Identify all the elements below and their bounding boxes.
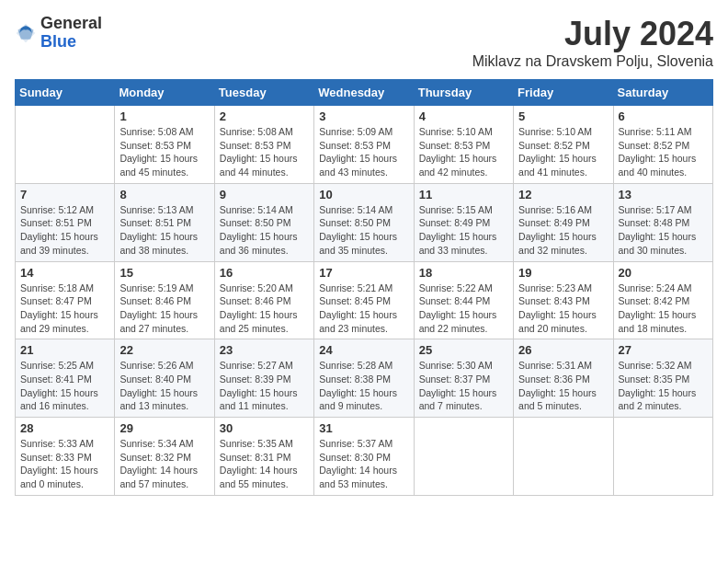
calendar-cell: 15Sunrise: 5:19 AMSunset: 8:46 PMDayligh… bbox=[115, 261, 214, 339]
day-info: Sunrise: 5:13 AMSunset: 8:51 PMDaylight:… bbox=[119, 203, 209, 258]
day-info: Sunrise: 5:15 AMSunset: 8:49 PMDaylight:… bbox=[419, 203, 508, 258]
day-info: Sunrise: 5:11 AMSunset: 8:52 PMDaylight:… bbox=[619, 125, 708, 179]
calendar-cell bbox=[414, 418, 513, 496]
day-number: 18 bbox=[419, 266, 508, 280]
day-number: 20 bbox=[619, 266, 708, 280]
logo-text: General Blue bbox=[40, 15, 102, 52]
day-info: Sunrise: 5:10 AMSunset: 8:53 PMDaylight:… bbox=[419, 125, 508, 179]
calendar-cell: 4Sunrise: 5:10 AMSunset: 8:53 PMDaylight… bbox=[414, 106, 513, 184]
calendar-cell: 5Sunrise: 5:10 AMSunset: 8:52 PMDaylight… bbox=[514, 106, 613, 184]
calendar-cell: 26Sunrise: 5:31 AMSunset: 8:36 PMDayligh… bbox=[514, 339, 613, 418]
day-number: 9 bbox=[220, 188, 309, 201]
calendar-cell: 24Sunrise: 5:28 AMSunset: 8:38 PMDayligh… bbox=[314, 339, 414, 418]
day-header-friday: Friday bbox=[514, 80, 613, 106]
calendar-cell: 27Sunrise: 5:32 AMSunset: 8:35 PMDayligh… bbox=[613, 339, 712, 418]
calendar-cell: 14Sunrise: 5:18 AMSunset: 8:47 PMDayligh… bbox=[16, 261, 115, 339]
calendar-cell: 1Sunrise: 5:08 AMSunset: 8:53 PMDaylight… bbox=[115, 106, 214, 184]
subtitle: Miklavz na Dravskem Polju, Slovenia bbox=[472, 53, 713, 70]
calendar-cell: 29Sunrise: 5:34 AMSunset: 8:32 PMDayligh… bbox=[115, 418, 214, 496]
day-info: Sunrise: 5:25 AMSunset: 8:41 PMDaylight:… bbox=[20, 359, 109, 413]
day-info: Sunrise: 5:37 AMSunset: 8:30 PMDaylight:… bbox=[319, 437, 408, 491]
calendar-cell: 30Sunrise: 5:35 AMSunset: 8:31 PMDayligh… bbox=[214, 418, 313, 496]
day-info: Sunrise: 5:27 AMSunset: 8:39 PMDaylight:… bbox=[220, 359, 309, 413]
day-info: Sunrise: 5:28 AMSunset: 8:38 PMDaylight:… bbox=[319, 359, 408, 413]
calendar: SundayMondayTuesdayWednesdayThursdayFrid… bbox=[15, 79, 713, 496]
logo-icon bbox=[15, 22, 37, 44]
day-number: 13 bbox=[619, 188, 708, 201]
day-number: 6 bbox=[619, 109, 708, 123]
day-header-saturday: Saturday bbox=[613, 80, 712, 106]
calendar-cell: 2Sunrise: 5:08 AMSunset: 8:53 PMDaylight… bbox=[214, 106, 313, 184]
day-number: 11 bbox=[419, 188, 508, 201]
day-number: 27 bbox=[619, 343, 708, 357]
day-number: 15 bbox=[119, 266, 209, 280]
day-number: 2 bbox=[220, 109, 309, 123]
calendar-cell: 11Sunrise: 5:15 AMSunset: 8:49 PMDayligh… bbox=[414, 183, 513, 261]
calendar-cell: 12Sunrise: 5:16 AMSunset: 8:49 PMDayligh… bbox=[514, 183, 613, 261]
main-title: July 2024 bbox=[472, 15, 713, 53]
day-number: 4 bbox=[419, 109, 508, 123]
day-number: 22 bbox=[119, 343, 209, 357]
day-info: Sunrise: 5:31 AMSunset: 8:36 PMDaylight:… bbox=[518, 359, 608, 413]
calendar-cell: 31Sunrise: 5:37 AMSunset: 8:30 PMDayligh… bbox=[314, 418, 414, 496]
day-info: Sunrise: 5:14 AMSunset: 8:50 PMDaylight:… bbox=[220, 203, 309, 258]
calendar-cell: 17Sunrise: 5:21 AMSunset: 8:45 PMDayligh… bbox=[314, 261, 414, 339]
title-area: July 2024 Miklavz na Dravskem Polju, Slo… bbox=[472, 15, 713, 70]
calendar-cell: 16Sunrise: 5:20 AMSunset: 8:46 PMDayligh… bbox=[214, 261, 313, 339]
day-header-monday: Monday bbox=[115, 80, 214, 106]
day-header-sunday: Sunday bbox=[16, 80, 115, 106]
day-header-wednesday: Wednesday bbox=[314, 80, 414, 106]
day-info: Sunrise: 5:16 AMSunset: 8:49 PMDaylight:… bbox=[518, 203, 608, 258]
day-info: Sunrise: 5:24 AMSunset: 8:42 PMDaylight:… bbox=[619, 282, 708, 336]
day-number: 24 bbox=[319, 343, 408, 357]
calendar-cell: 8Sunrise: 5:13 AMSunset: 8:51 PMDaylight… bbox=[115, 183, 214, 261]
calendar-cell bbox=[16, 106, 115, 184]
day-info: Sunrise: 5:32 AMSunset: 8:35 PMDaylight:… bbox=[619, 359, 708, 413]
calendar-cell: 3Sunrise: 5:09 AMSunset: 8:53 PMDaylight… bbox=[314, 106, 414, 184]
day-number: 19 bbox=[518, 266, 608, 280]
calendar-cell bbox=[613, 418, 712, 496]
day-info: Sunrise: 5:08 AMSunset: 8:53 PMDaylight:… bbox=[220, 125, 309, 179]
day-info: Sunrise: 5:17 AMSunset: 8:48 PMDaylight:… bbox=[619, 203, 708, 258]
day-info: Sunrise: 5:20 AMSunset: 8:46 PMDaylight:… bbox=[220, 282, 309, 336]
calendar-cell: 21Sunrise: 5:25 AMSunset: 8:41 PMDayligh… bbox=[16, 339, 115, 418]
day-number: 23 bbox=[220, 343, 309, 357]
calendar-cell: 6Sunrise: 5:11 AMSunset: 8:52 PMDaylight… bbox=[613, 106, 712, 184]
day-info: Sunrise: 5:34 AMSunset: 8:32 PMDaylight:… bbox=[119, 437, 209, 491]
logo-blue: Blue bbox=[40, 33, 102, 52]
logo: General Blue bbox=[15, 15, 102, 52]
calendar-week-1: 1Sunrise: 5:08 AMSunset: 8:53 PMDaylight… bbox=[16, 106, 713, 184]
day-number: 30 bbox=[220, 421, 309, 435]
day-number: 8 bbox=[119, 188, 209, 201]
calendar-cell: 19Sunrise: 5:23 AMSunset: 8:43 PMDayligh… bbox=[514, 261, 613, 339]
calendar-week-5: 28Sunrise: 5:33 AMSunset: 8:33 PMDayligh… bbox=[16, 418, 713, 496]
day-number: 17 bbox=[319, 266, 408, 280]
calendar-cell: 20Sunrise: 5:24 AMSunset: 8:42 PMDayligh… bbox=[613, 261, 712, 339]
day-info: Sunrise: 5:30 AMSunset: 8:37 PMDaylight:… bbox=[419, 359, 508, 413]
calendar-cell: 28Sunrise: 5:33 AMSunset: 8:33 PMDayligh… bbox=[16, 418, 115, 496]
day-number: 10 bbox=[319, 188, 408, 201]
header: General Blue July 2024 Miklavz na Dravsk… bbox=[15, 15, 713, 70]
day-number: 5 bbox=[518, 109, 608, 123]
day-number: 31 bbox=[319, 421, 408, 435]
day-info: Sunrise: 5:23 AMSunset: 8:43 PMDaylight:… bbox=[518, 282, 608, 336]
calendar-week-3: 14Sunrise: 5:18 AMSunset: 8:47 PMDayligh… bbox=[16, 261, 713, 339]
day-info: Sunrise: 5:18 AMSunset: 8:47 PMDaylight:… bbox=[20, 282, 109, 336]
day-info: Sunrise: 5:26 AMSunset: 8:40 PMDaylight:… bbox=[119, 359, 209, 413]
day-number: 29 bbox=[119, 421, 209, 435]
calendar-header-row: SundayMondayTuesdayWednesdayThursdayFrid… bbox=[16, 80, 713, 106]
day-number: 1 bbox=[119, 109, 209, 123]
logo-general: General bbox=[40, 15, 102, 33]
day-info: Sunrise: 5:19 AMSunset: 8:46 PMDaylight:… bbox=[119, 282, 209, 336]
calendar-cell: 13Sunrise: 5:17 AMSunset: 8:48 PMDayligh… bbox=[613, 183, 712, 261]
calendar-week-4: 21Sunrise: 5:25 AMSunset: 8:41 PMDayligh… bbox=[16, 339, 713, 418]
day-number: 28 bbox=[20, 421, 109, 435]
day-number: 21 bbox=[20, 343, 109, 357]
day-number: 25 bbox=[419, 343, 508, 357]
day-number: 16 bbox=[220, 266, 309, 280]
day-number: 12 bbox=[518, 188, 608, 201]
calendar-week-2: 7Sunrise: 5:12 AMSunset: 8:51 PMDaylight… bbox=[16, 183, 713, 261]
calendar-cell: 25Sunrise: 5:30 AMSunset: 8:37 PMDayligh… bbox=[414, 339, 513, 418]
day-number: 3 bbox=[319, 109, 408, 123]
calendar-cell: 10Sunrise: 5:14 AMSunset: 8:50 PMDayligh… bbox=[314, 183, 414, 261]
